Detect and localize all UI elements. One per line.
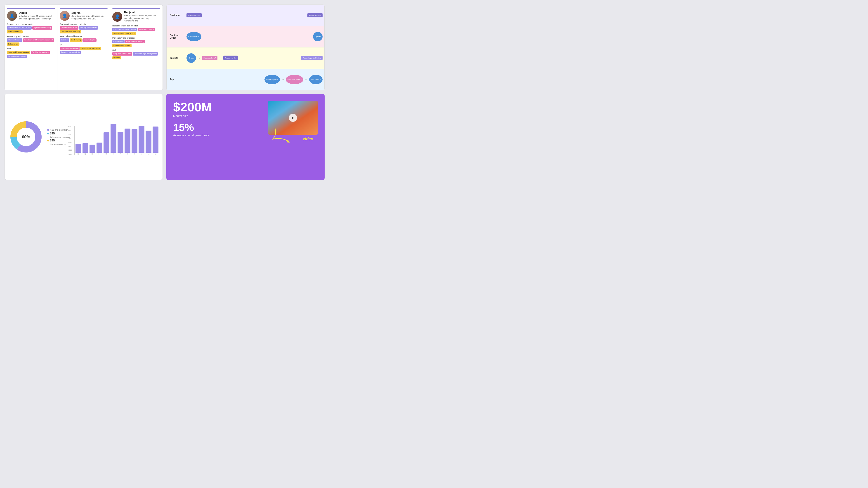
tag: Fixed income products	[112, 44, 131, 47]
bar-col: 02	[83, 143, 88, 155]
bar	[125, 129, 130, 153]
bar-col: 04	[96, 142, 102, 155]
tag: Professional customer support	[112, 28, 137, 31]
bar	[83, 143, 88, 153]
skill-label-sophia: Skill	[60, 43, 107, 46]
persona-top-benjamin: 👤 Benjamin New to the workplace, 24 year…	[112, 11, 160, 22]
tag: Personal budget management	[133, 52, 158, 56]
tag: Attention to detail	[7, 38, 22, 42]
tag: Basic trading operations	[80, 47, 101, 50]
tag: Portfolio Management	[31, 51, 50, 54]
pct-15: 15%	[50, 132, 55, 135]
flow-content-customer: Confirm Order Confirm Order	[185, 11, 324, 20]
persona-col-benjamin: 👤 Benjamin New to the workplace, 24 year…	[110, 5, 162, 90]
stock-diamond: Stock available?	[202, 56, 217, 60]
bar-label: 08	[127, 153, 128, 155]
tag: Basic financial planning	[125, 40, 145, 43]
personality-label-sophia: Personality and interests	[60, 35, 107, 37]
persona-top-daniel: 👤 Daniel Individual investor, 35 years o…	[7, 11, 55, 21]
play-button[interactable]: ▶	[289, 113, 297, 122]
persona-panel: 👤 Daniel Individual investor, 35 years o…	[4, 4, 163, 90]
flow-content-pay: Check payment → Received payment → Send …	[185, 72, 324, 87]
bar-label: 12	[155, 153, 156, 155]
bar-label: 04	[98, 153, 100, 155]
persona-col-daniel: 👤 Daniel Individual investor, 35 years o…	[5, 5, 57, 90]
squiggle-decoration	[270, 126, 307, 144]
flow-label-customer: Customer	[166, 14, 185, 17]
skill-label-daniel: Skill	[7, 47, 55, 50]
bar-col: 09	[131, 129, 137, 155]
receive-order-circle: Receive order	[186, 32, 202, 41]
tag: Stock trading	[70, 38, 82, 42]
legend-dot	[47, 129, 49, 131]
personality-tags-daniel: Attention to detail Investment and finan…	[7, 38, 55, 46]
reasons-label-sophia: Reasons to use our products	[60, 23, 107, 25]
bar	[111, 124, 116, 153]
donut-section: 60% R&D and Innovation 15% Sales channel…	[8, 119, 70, 155]
reasons-tags-sophia: Personalized features Security and relia…	[60, 26, 107, 33]
tag: Long term savings plan	[112, 52, 132, 56]
bar	[131, 129, 137, 153]
bar-label: 06	[113, 153, 114, 155]
bar-label: 01	[78, 153, 79, 155]
chart-area: 60% R&D and Innovation 15% Sales channel…	[8, 97, 159, 176]
bar-label: 05	[105, 153, 107, 155]
bar-label: 10	[141, 153, 143, 155]
avatar-sophia: 👤	[60, 11, 70, 21]
personality-tags-benjamin: Conservative Basic financial planning Fi…	[112, 40, 160, 47]
bar-col: 11	[146, 131, 151, 155]
bar-col: 05	[103, 132, 110, 155]
skills-tags-daniel: Advanced financial analysis Portfolio Ma…	[7, 51, 55, 58]
tag: Advanced financial analysis	[7, 51, 30, 54]
skills-tags-benjamin: Long term savings plan Personal budget m…	[112, 52, 160, 59]
tag: Portfolio	[112, 56, 121, 60]
legend-dot	[47, 133, 49, 134]
flow-label-instock: In stock	[166, 57, 185, 59]
market-big-number: $200M	[173, 101, 264, 113]
arrow-icon: →	[281, 78, 284, 81]
persona-desc-daniel: Individual investor, 35 years old, mid-l…	[19, 15, 55, 20]
skills-tags-sophia: Basic financial planning Basic trading o…	[60, 47, 107, 54]
confirm-order-end: Confirm Order	[307, 13, 322, 18]
bar-label: 07	[120, 153, 121, 155]
personality-tags-sophia: Optimism Stock trading Venture Capital	[60, 38, 107, 42]
flow-label-pay: Pay	[166, 78, 185, 80]
persona-top-sophia: 👤 Sophia Small business owner, 25 years …	[60, 11, 107, 21]
persona-header-bar	[112, 8, 160, 8]
flow-row-pay: Pay Check payment → Received payment → S…	[166, 69, 324, 90]
check-payment-circle: Check payment	[265, 75, 280, 84]
persona-name-benjamin: Benjamin	[124, 11, 160, 14]
bar	[96, 142, 102, 153]
persona-desc-benjamin: New to the workplace, 24 years old, mark…	[124, 14, 160, 22]
tag: Convenience and ease of use	[7, 26, 32, 30]
donut-legend: R&D and Innovation 15% Sales channel res…	[47, 129, 70, 145]
persona-header-bar	[60, 8, 107, 8]
video-section: ▶ video	[268, 101, 318, 135]
reasons-tags-daniel: Convenience and ease of use Improve work…	[7, 26, 55, 33]
update-circle: Update	[313, 32, 322, 41]
tag: Data visualization	[7, 30, 23, 34]
video-label: video	[303, 137, 313, 141]
flow-content-instock: Check → Stock available? → Prepare order…	[185, 51, 324, 65]
personality-label-daniel: Personality and interests	[7, 35, 55, 37]
flow-table: Customer Confirm Order Confirm Order Con…	[166, 5, 324, 90]
legend-item-sales: 15%	[47, 132, 70, 135]
tag: Investment and financial management	[23, 38, 54, 42]
legend-item-rnd: R&D and Innovation	[47, 129, 70, 131]
bar-label: 09	[133, 153, 135, 155]
tag: Excellent value for money	[60, 30, 81, 34]
reasons-label-benjamin: Reasons to use our products	[112, 25, 160, 27]
bar-label: 11	[148, 153, 149, 155]
bar-col: 03	[90, 144, 95, 155]
skill-label-benjamin: Skill	[112, 49, 160, 51]
tag: Data analysis	[7, 42, 20, 46]
sales-label: Sales channel resources	[50, 136, 70, 138]
persona-col-sophia: 👤 Sophia Small business owner, 25 years …	[57, 5, 110, 90]
market-text: $200M Market size 15% Average annual gro…	[173, 101, 264, 137]
bar-col: 07	[118, 132, 123, 155]
marketing-label: Marketing resources	[50, 143, 70, 145]
flow-content-confirm: Receive order Update	[185, 30, 324, 43]
bar-col: 10	[138, 126, 145, 155]
legend-item-marketing: 25%	[47, 139, 70, 142]
arrow-icon: →	[197, 56, 200, 60]
